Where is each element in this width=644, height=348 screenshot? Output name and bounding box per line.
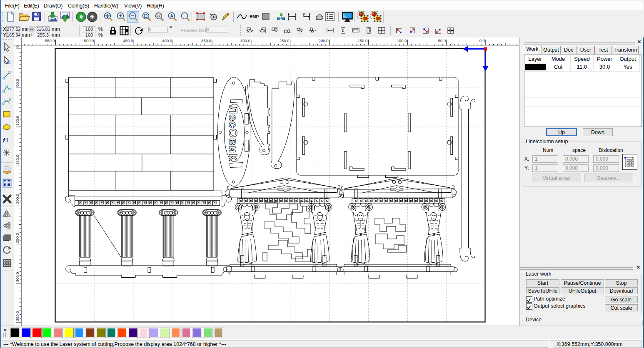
svg-text:500.0: 500.0 [84, 38, 94, 43]
svg-text:350.0: 350.0 [201, 38, 211, 43]
svg-text:250.0: 250.0 [15, 233, 20, 243]
svg-text:BMP: BMP [250, 15, 259, 19]
svg-text:150.0: 150.0 [358, 38, 368, 43]
svg-text:200.0: 200.0 [15, 194, 20, 204]
svg-text:I: I [6, 137, 8, 144]
svg-text:50.0: 50.0 [438, 38, 446, 43]
svg-text:A: A [170, 14, 173, 18]
svg-text:350.0: 350.0 [15, 311, 20, 321]
svg-text:250.0: 250.0 [280, 38, 290, 43]
svg-text:0: 0 [15, 45, 20, 47]
svg-text:0.0: 0.0 [479, 38, 485, 43]
svg-text:100.0: 100.0 [15, 116, 20, 126]
svg-text:300.0: 300.0 [240, 38, 250, 43]
svg-text:150.0: 150.0 [15, 155, 20, 165]
svg-text:f: f [3, 137, 6, 144]
svg-text:450.0: 450.0 [123, 38, 133, 43]
svg-text:50.0: 50.0 [15, 79, 20, 87]
svg-text:300.0: 300.0 [15, 272, 20, 282]
svg-text:400.0: 400.0 [162, 38, 172, 43]
svg-text:550.0: 550.0 [45, 38, 55, 43]
svg-text:100.0: 100.0 [397, 38, 407, 43]
svg-text:200.0: 200.0 [319, 38, 329, 43]
